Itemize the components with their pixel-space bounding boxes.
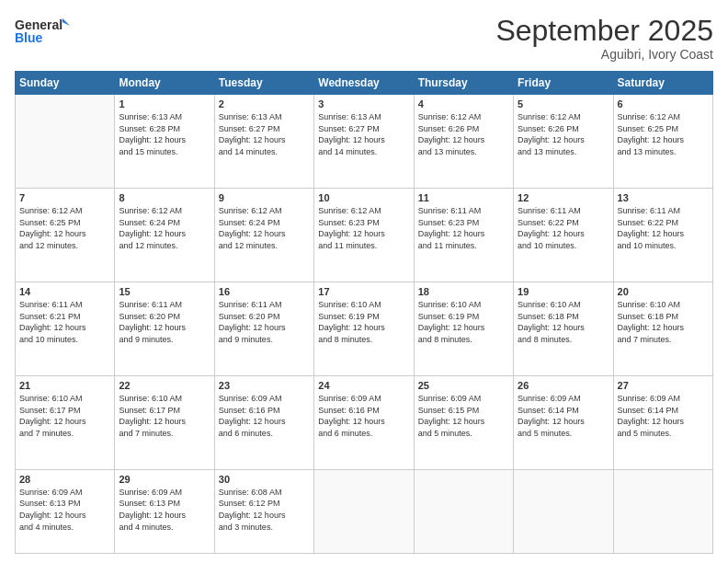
day-cell-20: 20Sunrise: 6:10 AM Sunset: 6:18 PM Dayli… <box>613 282 712 376</box>
day-number: 14 <box>19 286 110 297</box>
day-cell-14: 14Sunrise: 6:11 AM Sunset: 6:21 PM Dayli… <box>16 282 115 376</box>
day-number: 10 <box>318 192 409 203</box>
day-number: 24 <box>318 380 409 391</box>
day-cell-18: 18Sunrise: 6:10 AM Sunset: 6:19 PM Dayli… <box>414 282 513 376</box>
day-cell-3: 3Sunrise: 6:13 AM Sunset: 6:27 PM Daylig… <box>314 95 414 189</box>
day-info: Sunrise: 6:11 AM Sunset: 6:23 PM Dayligh… <box>418 205 509 251</box>
day-cell-19: 19Sunrise: 6:10 AM Sunset: 6:18 PM Dayli… <box>514 282 613 376</box>
day-number: 26 <box>518 380 609 391</box>
day-cell-4: 4Sunrise: 6:12 AM Sunset: 6:26 PM Daylig… <box>414 95 513 189</box>
dow-header-monday: Monday <box>115 72 214 95</box>
day-cell-6: 6Sunrise: 6:12 AM Sunset: 6:25 PM Daylig… <box>613 95 712 189</box>
day-info: Sunrise: 6:12 AM Sunset: 6:24 PM Dayligh… <box>119 205 210 251</box>
day-number: 9 <box>219 192 310 203</box>
day-number: 28 <box>19 474 110 485</box>
day-number: 30 <box>219 474 310 485</box>
day-cell-30: 30Sunrise: 6:08 AM Sunset: 6:12 PM Dayli… <box>214 469 313 553</box>
logo-svg: General Blue <box>15 15 70 48</box>
day-cell-5: 5Sunrise: 6:12 AM Sunset: 6:26 PM Daylig… <box>514 95 613 189</box>
day-cell-28: 28Sunrise: 6:09 AM Sunset: 6:13 PM Dayli… <box>16 469 115 553</box>
day-number: 6 <box>618 98 709 109</box>
day-cell-29: 29Sunrise: 6:09 AM Sunset: 6:13 PM Dayli… <box>115 469 214 553</box>
day-cell-8: 8Sunrise: 6:12 AM Sunset: 6:24 PM Daylig… <box>115 189 214 282</box>
logo: General Blue <box>15 15 70 48</box>
day-cell-24: 24Sunrise: 6:09 AM Sunset: 6:16 PM Dayli… <box>314 375 414 469</box>
day-info: Sunrise: 6:12 AM Sunset: 6:24 PM Dayligh… <box>219 205 310 251</box>
day-info: Sunrise: 6:11 AM Sunset: 6:20 PM Dayligh… <box>219 299 310 345</box>
day-cell-10: 10Sunrise: 6:12 AM Sunset: 6:23 PM Dayli… <box>314 189 414 282</box>
day-number: 13 <box>618 192 709 203</box>
day-number: 8 <box>119 192 210 203</box>
day-info: Sunrise: 6:13 AM Sunset: 6:28 PM Dayligh… <box>119 111 210 157</box>
day-info: Sunrise: 6:09 AM Sunset: 6:15 PM Dayligh… <box>418 393 509 439</box>
day-number: 22 <box>119 380 210 391</box>
empty-cell <box>314 469 414 553</box>
day-number: 29 <box>119 474 210 485</box>
day-cell-1: 1Sunrise: 6:13 AM Sunset: 6:28 PM Daylig… <box>115 95 214 189</box>
day-info: Sunrise: 6:09 AM Sunset: 6:13 PM Dayligh… <box>19 487 110 533</box>
location-subtitle: Aguibri, Ivory Coast <box>495 47 713 62</box>
day-number: 2 <box>219 98 310 109</box>
day-cell-17: 17Sunrise: 6:10 AM Sunset: 6:19 PM Dayli… <box>314 282 414 376</box>
day-number: 12 <box>518 192 609 203</box>
day-info: Sunrise: 6:12 AM Sunset: 6:26 PM Dayligh… <box>418 111 509 157</box>
day-number: 20 <box>618 286 709 297</box>
day-cell-7: 7Sunrise: 6:12 AM Sunset: 6:25 PM Daylig… <box>16 189 115 282</box>
day-cell-13: 13Sunrise: 6:11 AM Sunset: 6:22 PM Dayli… <box>613 189 712 282</box>
day-info: Sunrise: 6:11 AM Sunset: 6:22 PM Dayligh… <box>618 205 709 251</box>
day-number: 7 <box>19 192 110 203</box>
day-info: Sunrise: 6:09 AM Sunset: 6:14 PM Dayligh… <box>618 393 709 439</box>
day-cell-25: 25Sunrise: 6:09 AM Sunset: 6:15 PM Dayli… <box>414 375 513 469</box>
empty-cell <box>613 469 712 553</box>
day-info: Sunrise: 6:12 AM Sunset: 6:25 PM Dayligh… <box>618 111 709 157</box>
day-number: 4 <box>418 98 509 109</box>
day-info: Sunrise: 6:08 AM Sunset: 6:12 PM Dayligh… <box>219 487 310 533</box>
dow-header-wednesday: Wednesday <box>314 72 414 95</box>
day-info: Sunrise: 6:11 AM Sunset: 6:20 PM Dayligh… <box>119 299 210 345</box>
day-number: 17 <box>318 286 409 297</box>
day-info: Sunrise: 6:09 AM Sunset: 6:16 PM Dayligh… <box>219 393 310 439</box>
dow-header-friday: Friday <box>514 72 613 95</box>
dow-header-tuesday: Tuesday <box>214 72 313 95</box>
svg-text:Blue: Blue <box>15 30 43 45</box>
day-number: 25 <box>418 380 509 391</box>
day-info: Sunrise: 6:10 AM Sunset: 6:19 PM Dayligh… <box>418 299 509 345</box>
day-info: Sunrise: 6:10 AM Sunset: 6:19 PM Dayligh… <box>318 299 409 345</box>
day-cell-2: 2Sunrise: 6:13 AM Sunset: 6:27 PM Daylig… <box>214 95 313 189</box>
day-cell-27: 27Sunrise: 6:09 AM Sunset: 6:14 PM Dayli… <box>613 375 712 469</box>
day-number: 23 <box>219 380 310 391</box>
day-number: 15 <box>119 286 210 297</box>
day-number: 19 <box>518 286 609 297</box>
day-info: Sunrise: 6:12 AM Sunset: 6:23 PM Dayligh… <box>318 205 409 251</box>
day-info: Sunrise: 6:12 AM Sunset: 6:26 PM Dayligh… <box>518 111 609 157</box>
day-cell-16: 16Sunrise: 6:11 AM Sunset: 6:20 PM Dayli… <box>214 282 313 376</box>
day-number: 27 <box>618 380 709 391</box>
day-cell-23: 23Sunrise: 6:09 AM Sunset: 6:16 PM Dayli… <box>214 375 313 469</box>
dow-header-saturday: Saturday <box>613 72 712 95</box>
day-number: 21 <box>19 380 110 391</box>
day-info: Sunrise: 6:10 AM Sunset: 6:17 PM Dayligh… <box>19 393 110 439</box>
day-number: 16 <box>219 286 310 297</box>
day-number: 5 <box>518 98 609 109</box>
day-info: Sunrise: 6:10 AM Sunset: 6:18 PM Dayligh… <box>518 299 609 345</box>
day-cell-26: 26Sunrise: 6:09 AM Sunset: 6:14 PM Dayli… <box>514 375 613 469</box>
day-cell-11: 11Sunrise: 6:11 AM Sunset: 6:23 PM Dayli… <box>414 189 513 282</box>
day-info: Sunrise: 6:11 AM Sunset: 6:22 PM Dayligh… <box>518 205 609 251</box>
day-info: Sunrise: 6:10 AM Sunset: 6:18 PM Dayligh… <box>618 299 709 345</box>
title-block: September 2025 Aguibri, Ivory Coast <box>495 15 713 62</box>
page: General Blue September 2025 Aguibri, Ivo… <box>0 0 728 563</box>
dow-header-thursday: Thursday <box>414 72 513 95</box>
day-info: Sunrise: 6:11 AM Sunset: 6:21 PM Dayligh… <box>19 299 110 345</box>
day-info: Sunrise: 6:10 AM Sunset: 6:17 PM Dayligh… <box>119 393 210 439</box>
day-number: 11 <box>418 192 509 203</box>
day-info: Sunrise: 6:13 AM Sunset: 6:27 PM Dayligh… <box>318 111 409 157</box>
day-number: 3 <box>318 98 409 109</box>
day-info: Sunrise: 6:12 AM Sunset: 6:25 PM Dayligh… <box>19 205 110 251</box>
empty-cell <box>16 95 115 189</box>
month-title: September 2025 <box>495 15 713 47</box>
calendar-table: SundayMondayTuesdayWednesdayThursdayFrid… <box>15 71 713 554</box>
empty-cell <box>514 469 613 553</box>
empty-cell <box>414 469 513 553</box>
day-cell-12: 12Sunrise: 6:11 AM Sunset: 6:22 PM Dayli… <box>514 189 613 282</box>
day-number: 18 <box>418 286 509 297</box>
